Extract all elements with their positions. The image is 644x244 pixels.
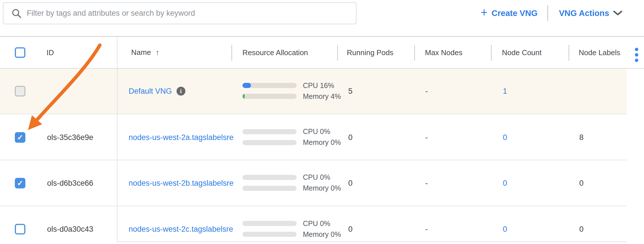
memory-usage-bar: [242, 94, 297, 99]
select-all-checkbox[interactable]: [15, 47, 25, 58]
table-bottom-border: [117, 241, 627, 242]
column-header-resource-allocation[interactable]: Resource Allocation: [242, 48, 308, 57]
memory-usage-label: Memory 0%: [303, 138, 341, 147]
memory-usage-label: Memory 0%: [303, 184, 341, 192]
table-row[interactable]: ols-d6b3ce66 nodes-us-west-2b.tagslabels…: [0, 160, 627, 206]
running-pods-value: 5: [348, 87, 353, 96]
cpu-usage-bar: [242, 83, 297, 88]
header-divider: [568, 45, 569, 61]
table-row[interactable]: ols-35c36e9e nodes-us-west-2a.tagslabels…: [0, 115, 627, 160]
vng-name-link[interactable]: Default VNG i: [129, 87, 185, 96]
row-checkbox[interactable]: [15, 224, 25, 235]
header-divider: [414, 45, 415, 61]
search-icon: [11, 8, 22, 19]
node-labels-value: 0: [579, 225, 584, 234]
table-row[interactable]: Default VNG i CPU 16% Memory 4% 5 - 1: [0, 69, 627, 114]
max-nodes-value: -: [425, 225, 428, 234]
table-header: ID Name ↑ Resource Allocation Running Po…: [0, 36, 644, 69]
column-header-node-count[interactable]: Node Count: [502, 48, 542, 57]
header-divider: [231, 45, 232, 61]
column-header-max-nodes[interactable]: Max Nodes: [425, 48, 463, 57]
cpu-usage-label: CPU 0%: [303, 173, 330, 181]
memory-usage-bar: [242, 140, 297, 145]
cpu-usage-label: CPU 0%: [303, 127, 330, 136]
vng-name-link[interactable]: nodes-us-west-2c.tagslabelsre: [129, 225, 233, 234]
max-nodes-value: -: [425, 179, 428, 187]
column-header-id[interactable]: ID: [46, 48, 54, 57]
vng-id: ols-d6b3ce66: [47, 179, 93, 187]
row-checkbox[interactable]: [15, 132, 25, 143]
row-checkbox[interactable]: [15, 178, 25, 188]
node-count-link[interactable]: 0: [503, 179, 507, 187]
column-header-running-pods[interactable]: Running Pods: [347, 48, 393, 57]
node-labels-value: 0: [579, 179, 584, 187]
vng-id: ols-35c36e9e: [47, 133, 93, 142]
column-settings-kebab-icon[interactable]: [633, 48, 640, 62]
max-nodes-value: -: [425, 87, 428, 96]
column-header-node-labels[interactable]: Node Labels: [579, 48, 620, 57]
vng-page: + Create VNG VNG Actions ID Name ↑ Resou…: [0, 0, 644, 244]
create-vng-label: Create VNG: [492, 9, 538, 18]
create-vng-button[interactable]: + Create VNG: [481, 9, 538, 18]
node-labels-value: 8: [579, 133, 584, 142]
memory-usage-label: Memory 4%: [303, 92, 341, 101]
running-pods-value: 0: [348, 133, 353, 142]
cpu-usage-bar: [242, 129, 297, 134]
row-checkbox[interactable]: [15, 86, 25, 97]
header-divider: [337, 45, 338, 61]
memory-usage-bar: [242, 232, 297, 237]
cpu-usage-label: CPU 16%: [303, 81, 334, 90]
node-count-link[interactable]: 0: [503, 133, 507, 142]
toolbar-divider: [547, 5, 548, 21]
node-count-link[interactable]: 1: [503, 87, 507, 96]
sort-ascending-icon: ↑: [155, 48, 159, 57]
vng-actions-label: VNG Actions: [559, 9, 609, 18]
chevron-down-icon: [613, 11, 622, 16]
filter-search-box[interactable]: [3, 2, 357, 24]
running-pods-value: 0: [348, 225, 353, 234]
memory-usage-label: Memory 0%: [303, 230, 341, 239]
id-name-column-divider: [117, 36, 118, 241]
table-row[interactable]: ols-d0a30c43 nodes-us-west-2c.tagslabels…: [0, 206, 627, 244]
vng-actions-button[interactable]: VNG Actions: [559, 9, 622, 18]
plus-icon: +: [481, 8, 488, 17]
memory-usage-bar: [242, 186, 297, 191]
cpu-usage-label: CPU 0%: [303, 219, 330, 228]
search-input[interactable]: [27, 5, 356, 22]
max-nodes-value: -: [425, 133, 428, 142]
header-divider: [491, 45, 492, 61]
vng-name-link[interactable]: nodes-us-west-2a.tagslabelsre: [129, 133, 234, 142]
cpu-usage-bar: [242, 221, 297, 226]
cpu-usage-bar: [242, 175, 297, 180]
node-count-link[interactable]: 0: [503, 225, 507, 234]
vng-name-link[interactable]: nodes-us-west-2b.tagslabelsre: [129, 179, 234, 187]
running-pods-value: 0: [348, 179, 353, 187]
vng-id: ols-d0a30c43: [47, 225, 93, 234]
info-icon[interactable]: i: [177, 87, 185, 96]
column-header-name[interactable]: Name ↑: [131, 48, 159, 57]
